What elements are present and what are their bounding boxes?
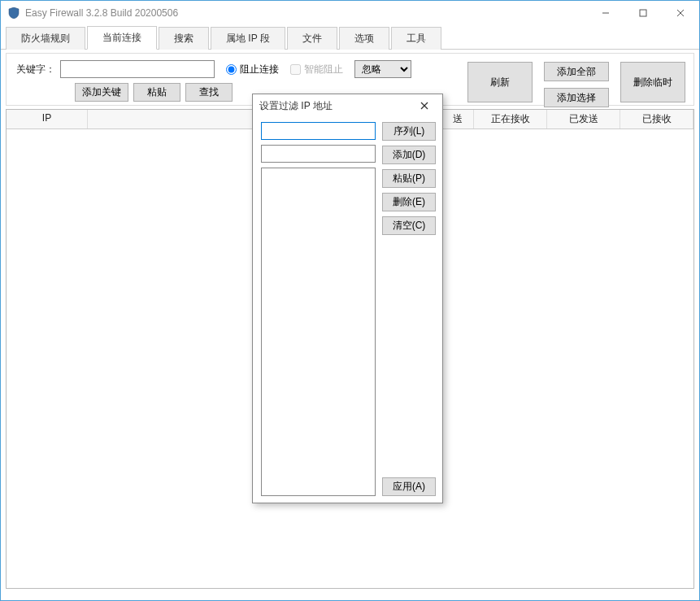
tab-search[interactable]: 搜索 bbox=[159, 27, 209, 50]
close-button[interactable] bbox=[662, 1, 699, 25]
checkbox-smart-block[interactable]: 智能阻止 bbox=[290, 63, 343, 76]
col-sending[interactable]: 送 bbox=[441, 110, 474, 128]
checkbox-smart-block-input[interactable] bbox=[290, 64, 301, 75]
radio-block-connection[interactable]: 阻止连接 bbox=[226, 63, 279, 76]
delete-temp-button[interactable]: 删除临时 bbox=[620, 62, 685, 102]
find-button[interactable]: 查找 bbox=[185, 83, 233, 102]
minimize-button[interactable] bbox=[587, 1, 624, 25]
dialog-close-button[interactable] bbox=[413, 98, 436, 114]
keyword-input[interactable] bbox=[60, 60, 215, 78]
titlebar: Easy Firewall 3.2.8 Build 20200506 bbox=[1, 1, 699, 25]
col-received[interactable]: 已接收 bbox=[620, 110, 693, 128]
window-controls bbox=[587, 1, 699, 25]
window-title: Easy Firewall 3.2.8 Build 20200506 bbox=[25, 7, 178, 19]
tab-ip-region[interactable]: 属地 IP 段 bbox=[211, 27, 285, 50]
dialog-title-text: 设置过滤 IP 地址 bbox=[259, 99, 333, 113]
dialog-ip-list[interactable] bbox=[261, 168, 376, 496]
dialog-sequence-button[interactable]: 序列(L) bbox=[382, 122, 436, 141]
dialog-titlebar: 设置过滤 IP 地址 bbox=[253, 94, 442, 117]
col-sent[interactable]: 已发送 bbox=[547, 110, 620, 128]
dialog-add-button[interactable]: 添加(D) bbox=[382, 146, 436, 164]
filter-ip-dialog: 设置过滤 IP 地址 序列(L) 添加(D) 粘贴(P) 删除(E) 清空(C)… bbox=[252, 94, 443, 503]
tab-firewall-rules[interactable]: 防火墙规则 bbox=[6, 27, 85, 50]
dialog-delete-button[interactable]: 删除(E) bbox=[382, 193, 436, 211]
tab-current-connections[interactable]: 当前连接 bbox=[87, 26, 157, 50]
dialog-input-2[interactable] bbox=[261, 145, 376, 163]
tab-options[interactable]: 选项 bbox=[339, 27, 389, 50]
col-ip[interactable]: IP bbox=[7, 110, 88, 128]
maximize-button[interactable] bbox=[624, 1, 662, 25]
add-all-button[interactable]: 添加全部 bbox=[544, 62, 609, 81]
dialog-paste-button[interactable]: 粘贴(P) bbox=[382, 169, 436, 188]
add-keyword-button[interactable]: 添加关键 bbox=[75, 83, 128, 102]
ignore-dropdown[interactable]: 忽略 bbox=[354, 60, 411, 78]
tab-bar: 防火墙规则 当前连接 搜索 属地 IP 段 文件 选项 工具 bbox=[1, 27, 699, 50]
dialog-clear-button[interactable]: 清空(C) bbox=[382, 216, 436, 235]
dialog-input-1[interactable] bbox=[261, 122, 376, 140]
col-receiving[interactable]: 正在接收 bbox=[474, 110, 547, 128]
tab-file[interactable]: 文件 bbox=[287, 27, 337, 50]
tab-tools[interactable]: 工具 bbox=[391, 27, 441, 50]
add-selected-button[interactable]: 添加选择 bbox=[544, 88, 609, 107]
paste-button[interactable]: 粘贴 bbox=[133, 83, 180, 102]
keyword-label: 关键字： bbox=[16, 63, 55, 76]
radio-block-connection-input[interactable] bbox=[226, 64, 237, 75]
dialog-apply-button[interactable]: 应用(A) bbox=[382, 477, 436, 496]
svg-rect-1 bbox=[640, 10, 646, 16]
app-icon bbox=[7, 7, 20, 20]
refresh-button[interactable]: 刷新 bbox=[467, 62, 533, 102]
